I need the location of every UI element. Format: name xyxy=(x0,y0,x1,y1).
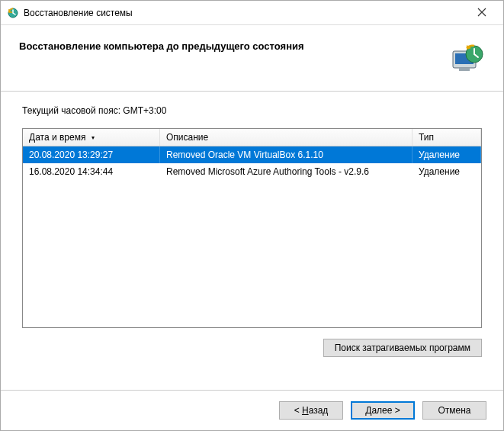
restore-points-table: Дата и время ▾ Описание Тип 20.08.2020 1… xyxy=(22,128,482,328)
cell-date: 16.08.2020 14:34:44 xyxy=(23,163,160,180)
wizard-header: Восстановление компьютера до предыдущего… xyxy=(1,25,503,85)
table-row[interactable]: 20.08.2020 13:29:27Removed Oracle VM Vir… xyxy=(23,146,481,163)
svg-rect-3 xyxy=(459,68,470,71)
system-restore-dialog: Восстановление системы Восстановление ко… xyxy=(0,0,504,431)
wizard-content: Текущий часовой пояс: GMT+3:00 Дата и вр… xyxy=(1,92,503,390)
page-heading: Восстановление компьютера до предыдущего… xyxy=(19,40,448,52)
cancel-button[interactable]: Отмена xyxy=(422,401,486,420)
sort-descending-icon: ▾ xyxy=(91,134,95,141)
column-header-date[interactable]: Дата и время ▾ xyxy=(23,129,160,146)
column-header-date-label: Дата и время xyxy=(29,132,85,143)
cell-date: 20.08.2020 13:29:27 xyxy=(23,146,160,163)
cell-description: Removed Oracle VM VirtualBox 6.1.10 xyxy=(160,146,413,163)
timezone-label: Текущий часовой пояс: GMT+3:00 xyxy=(22,105,482,116)
column-header-description[interactable]: Описание xyxy=(160,129,413,146)
table-header: Дата и время ▾ Описание Тип xyxy=(23,129,481,146)
wizard-footer: < Назад Далее > Отмена xyxy=(1,390,503,430)
restore-large-icon xyxy=(448,40,485,77)
scan-affected-programs-button[interactable]: Поиск затрагиваемых программ xyxy=(323,339,482,357)
cell-type: Удаление xyxy=(413,146,481,163)
table-body: 20.08.2020 13:29:27Removed Oracle VM Vir… xyxy=(23,146,481,327)
back-button[interactable]: < Назад xyxy=(279,401,343,420)
table-row[interactable]: 16.08.2020 14:34:44Removed Microsoft Azu… xyxy=(23,163,481,180)
close-icon xyxy=(477,8,486,17)
window-title: Восстановление системы xyxy=(24,8,467,18)
system-restore-icon xyxy=(7,7,19,19)
close-button[interactable] xyxy=(467,7,497,19)
next-button[interactable]: Далее > xyxy=(351,401,415,420)
cell-type: Удаление xyxy=(413,163,481,180)
cell-description: Removed Microsoft Azure Authoring Tools … xyxy=(160,163,413,180)
titlebar: Восстановление системы xyxy=(1,1,503,25)
column-header-type[interactable]: Тип xyxy=(413,129,481,146)
